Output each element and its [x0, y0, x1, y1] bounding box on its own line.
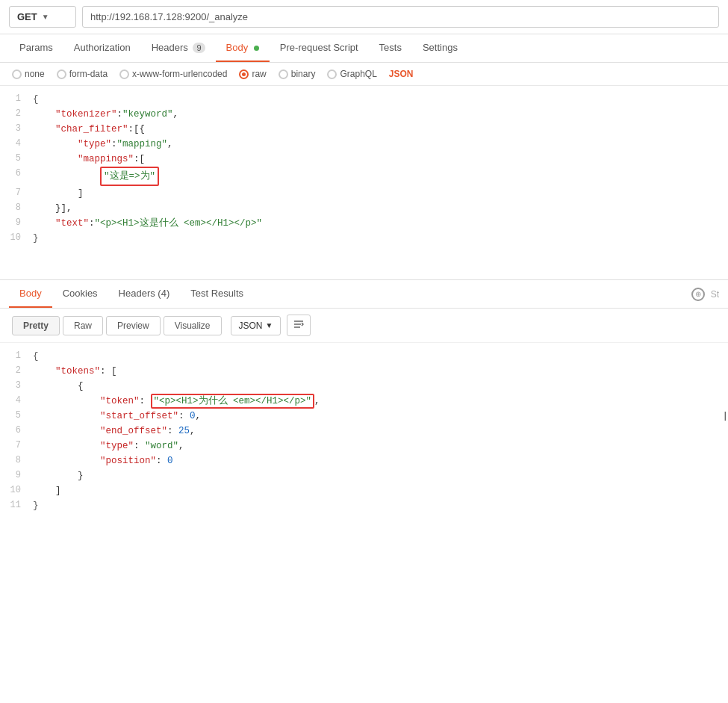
- req-line-3: 3 "char_filter":[{: [0, 122, 728, 137]
- method-dropdown[interactable]: GET ▼: [9, 6, 76, 28]
- response-code-block: 1 { 2 "tokens": [ 3 { 4 "token": "<p><H1…: [0, 343, 728, 519]
- radio-binary[interactable]: binary: [279, 69, 316, 79]
- visualize-button[interactable]: Visualize: [164, 316, 222, 335]
- radio-binary-circle: [279, 69, 288, 79]
- tab-tests[interactable]: Tests: [369, 34, 412, 62]
- response-tabs-row: Body Cookies Headers (4) Test Results ⊕ …: [0, 280, 728, 309]
- method-label: GET: [17, 11, 37, 22]
- resp-line-2: 2 "tokens": [: [0, 364, 728, 379]
- tab-settings[interactable]: Settings: [412, 34, 468, 62]
- resp-line-7: 7 "type": "word",: [0, 439, 728, 453]
- preview-button[interactable]: Preview: [106, 316, 161, 335]
- radio-graphql[interactable]: GraphQL: [327, 69, 376, 79]
- tab-headers-label: Headers: [152, 42, 188, 53]
- radio-form-data-label: form-data: [69, 69, 108, 79]
- radio-graphql-label: GraphQL: [340, 69, 376, 79]
- radio-raw-label: raw: [252, 69, 266, 79]
- req-line-7: 7 ]: [0, 186, 728, 201]
- radio-urlencoded[interactable]: x-www-form-urlencoded: [119, 69, 227, 79]
- response-tab-headers[interactable]: Headers (4): [108, 280, 181, 308]
- tab-authorization[interactable]: Authorization: [63, 34, 141, 62]
- radio-raw-circle: [239, 69, 249, 79]
- req-line-1: 1 {: [0, 92, 728, 107]
- tab-pre-request[interactable]: Pre-request Script: [270, 34, 369, 62]
- response-tab-cookies[interactable]: Cookies: [52, 280, 108, 308]
- request-tabs-row: Params Authorization Headers 9 Body Pre-…: [0, 34, 728, 63]
- resp-line-3: 3 {: [0, 379, 728, 394]
- globe-icon[interactable]: ⊕: [691, 288, 705, 301]
- tab-params[interactable]: Params: [9, 34, 63, 62]
- chevron-down-icon: ▼: [42, 13, 49, 21]
- format-row: Pretty Raw Preview Visualize JSON ▼: [0, 309, 728, 343]
- status-text: St: [711, 289, 719, 300]
- radio-urlencoded-label: x-www-form-urlencoded: [132, 69, 227, 79]
- radio-none-circle: [12, 69, 22, 79]
- json-type-dropdown[interactable]: JSON ▼: [231, 316, 281, 335]
- body-active-dot: [254, 46, 259, 51]
- resp-line-4: 4 "token": "<p><H1>为什么 <em></H1></p>",: [0, 394, 728, 409]
- response-actions: ⊕ St: [691, 288, 719, 301]
- response-tab-body[interactable]: Body: [9, 280, 52, 308]
- radio-form-data[interactable]: form-data: [57, 69, 108, 79]
- resp-line-5: 5 "start_offset": 0,: [0, 409, 728, 424]
- req-line-4: 4 "type":"mapping",: [0, 137, 728, 152]
- radio-none-label: none: [25, 69, 45, 79]
- req-line-2: 2 "tokenizer":"keyword",: [0, 107, 728, 122]
- resp-line-11: 11 }: [0, 498, 728, 513]
- radio-none[interactable]: none: [12, 69, 45, 79]
- body-type-row: none form-data x-www-form-urlencoded raw…: [0, 63, 728, 86]
- radio-graphql-circle: [327, 69, 337, 79]
- pretty-button[interactable]: Pretty: [12, 316, 60, 335]
- req-line-10: 10 }: [0, 231, 728, 246]
- tab-body-label: Body: [226, 42, 249, 53]
- headers-badge: 9: [193, 43, 205, 53]
- resp-line-9: 9 }: [0, 468, 728, 483]
- tab-body[interactable]: Body: [216, 34, 270, 62]
- resp-line-10: 10 ]: [0, 483, 728, 498]
- resp-line-1: 1 {: [0, 349, 728, 364]
- wrap-button[interactable]: [287, 315, 311, 336]
- dropdown-chevron-icon: ▼: [266, 321, 273, 329]
- top-bar: GET ▼: [0, 0, 728, 34]
- radio-binary-label: binary: [291, 69, 316, 79]
- radio-raw[interactable]: raw: [239, 69, 266, 79]
- tab-headers[interactable]: Headers 9: [141, 34, 216, 62]
- radio-form-data-circle: [57, 69, 66, 79]
- req-line-9: 9 "text":"<p><H1>这是什么 <em></H1></p>": [0, 216, 728, 231]
- req-line-5: 5 "mappings":[: [0, 152, 728, 167]
- url-input[interactable]: [82, 6, 719, 28]
- wrap-icon: [293, 319, 304, 329]
- resp-line-8: 8 "position": 0: [0, 453, 728, 468]
- req-line-8: 8 }],: [0, 201, 728, 216]
- req-line-6: 6 "这是=>为": [0, 167, 728, 186]
- request-code-editor[interactable]: 1 { 2 "tokenizer":"keyword", 3 "char_fil…: [0, 86, 728, 280]
- raw-button[interactable]: Raw: [63, 316, 103, 335]
- json-format-label[interactable]: JSON: [389, 69, 414, 79]
- json-type-label: JSON: [239, 320, 263, 331]
- response-section: Body Cookies Headers (4) Test Results ⊕ …: [0, 280, 728, 519]
- radio-urlencoded-circle: [119, 69, 129, 79]
- response-tab-test-results[interactable]: Test Results: [180, 280, 254, 308]
- resp-line-6: 6 "end_offset": 25,: [0, 424, 728, 439]
